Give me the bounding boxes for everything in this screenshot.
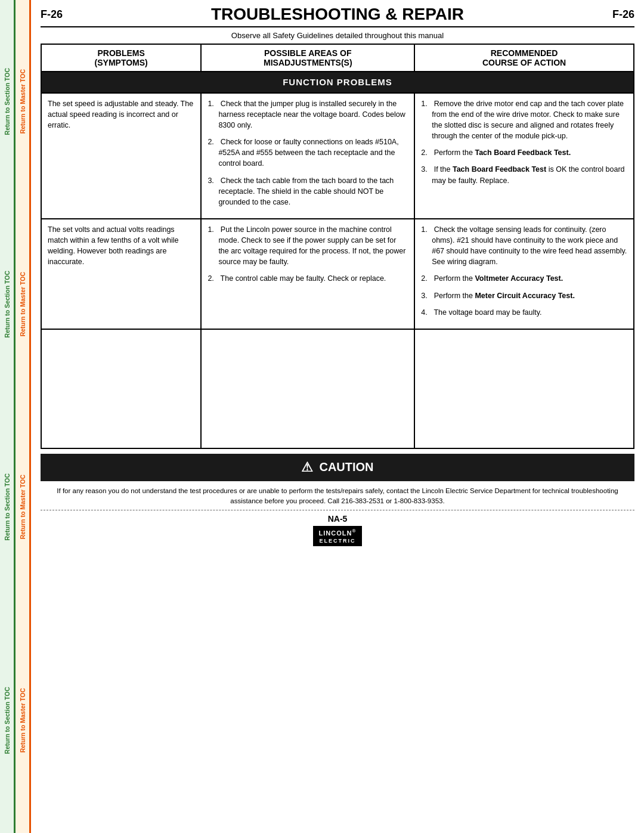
page-subtitle: Observe all Safety Guidelines detailed t…: [41, 31, 634, 40]
lincoln-electric-logo: LINCOLN®ELECTRIC: [41, 526, 634, 546]
footer-text: If for any reason you do not understand …: [41, 486, 634, 507]
footer-page-code: NA-5: [41, 514, 634, 524]
section-toc-tab-3[interactable]: Return to Section TOC: [0, 405, 16, 608]
problem-cell-2: The set volts and actual volts readings …: [41, 219, 201, 329]
table-row-empty: [41, 329, 634, 448]
table-row: The set volts and actual volts readings …: [41, 219, 634, 329]
page-header: F-26 TROUBLESHOOTING & REPAIR F-26: [41, 5, 634, 27]
page-title: TROUBLESHOOTING & REPAIR: [63, 5, 612, 24]
section-toc-tab-2[interactable]: Return to Section TOC: [0, 203, 16, 405]
page-number-left: F-26: [41, 8, 63, 21]
col-recommended-header: RECOMMENDEDCOURSE OF ACTION: [414, 44, 634, 72]
actions-cell-1: 1. Remove the drive motor end cap and th…: [414, 93, 634, 219]
problem-cell-1: The set speed is adjustable and steady. …: [41, 93, 201, 219]
section-toc-tab-4[interactable]: Return to Section TOC: [0, 608, 16, 833]
misadjustments-cell-1: 1. Check that the jumper plug is install…: [201, 93, 414, 219]
footer-divider: [41, 510, 634, 510]
actions-cell-2: 1. Check the voltage sensing leads for c…: [414, 219, 634, 329]
caution-label: CAUTION: [319, 460, 373, 474]
master-toc-tab-3[interactable]: Return to Master TOC: [16, 405, 31, 608]
master-toc-tab-4[interactable]: Return to Master TOC: [16, 608, 31, 833]
section-toc-tab-1[interactable]: Return to Section TOC: [0, 0, 16, 203]
troubleshooting-table: PROBLEMS (SYMPTOMS) POSSIBLE AREAS OFMIS…: [41, 44, 634, 449]
caution-triangle-icon: ⚠: [301, 460, 313, 475]
table-row: The set speed is adjustable and steady. …: [41, 93, 634, 219]
function-problems-label: FUNCTION PROBLEMS: [41, 72, 634, 93]
misadjustments-cell-2: 1. Put the Lincoln power source in the m…: [201, 219, 414, 329]
page-number-right: F-26: [612, 8, 634, 21]
caution-banner: ⚠ CAUTION: [41, 454, 634, 481]
col-misadjustments-header: POSSIBLE AREAS OFMISADJUSTMENTS(S): [201, 44, 414, 72]
function-problems-row: FUNCTION PROBLEMS: [41, 72, 634, 93]
footer-bottom: NA-5 LINCOLN®ELECTRIC: [41, 514, 634, 546]
master-toc-tab-1[interactable]: Return to Master TOC: [16, 0, 31, 203]
col-problems-header: PROBLEMS (SYMPTOMS): [41, 44, 201, 72]
master-toc-tab-2[interactable]: Return to Master TOC: [16, 203, 31, 405]
